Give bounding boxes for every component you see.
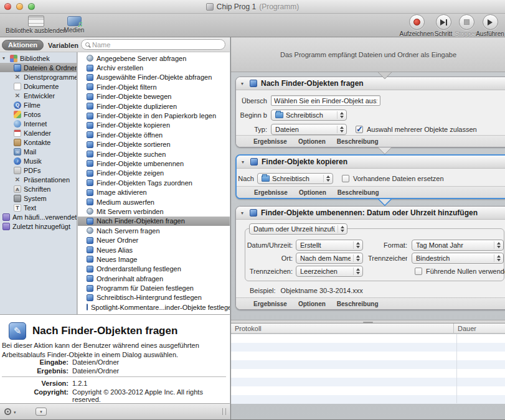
action-item-mit-servern-verbinden[interactable]: Mit Servern verbinden bbox=[78, 207, 230, 216]
action-item-nach-finder-objekten-fragen[interactable]: Nach Finder-Objekten fragen bbox=[78, 217, 230, 226]
record-button[interactable]: Aufzeichnen bbox=[402, 14, 431, 37]
sidebar-item-musik[interactable]: ♪Musik bbox=[0, 156, 77, 166]
run-button[interactable]: Ausführen bbox=[477, 14, 503, 37]
tab-aktionen[interactable]: Aktionen bbox=[2, 40, 44, 50]
sidebar-item-system[interactable]: System bbox=[0, 194, 77, 203]
action-item-ordnerdarstellung-festlegen[interactable]: Ordnerdarstellung festlegen bbox=[78, 264, 230, 274]
sidebar-item-internet[interactable]: Internet bbox=[0, 119, 77, 128]
action-item-image-aktivieren[interactable]: Image aktivieren bbox=[78, 187, 230, 197]
position-popup[interactable]: Nach dem Namen bbox=[296, 253, 363, 264]
action-item-ausgew-hlte-finder-objekte-abfragen[interactable]: Ausgewählte Finder-Objekte abfragen bbox=[78, 73, 230, 82]
step-button[interactable]: Schritt bbox=[433, 14, 453, 37]
sidebar-item-entwickler[interactable]: ✕Entwickler bbox=[0, 91, 77, 100]
action-item-finder-objekt-filtern[interactable]: Finder-Objekt filtern bbox=[78, 82, 230, 91]
media-drawer-toggle[interactable]: ▾ bbox=[35, 408, 47, 416]
action-item-finder-objekte-ffnen[interactable]: Finder-Objekte öffnen bbox=[78, 130, 230, 139]
sidebar-item-zuletzt-hinzugef-gt[interactable]: Zuletzt hinzugefügt bbox=[0, 222, 77, 231]
pane-resize-grip[interactable] bbox=[222, 408, 226, 415]
action-block-copy-finder-items[interactable]: ▾ Finder-Objekte kopieren Nach Schreibti… bbox=[235, 154, 505, 199]
options-link[interactable]: Optionen bbox=[298, 138, 326, 145]
multiple-selection-checkbox[interactable] bbox=[356, 126, 363, 133]
sidebar-item-pr-sentationen[interactable]: ✕Präsentationen bbox=[0, 175, 77, 184]
zoom-button[interactable] bbox=[28, 3, 35, 10]
sidebar-item-mail[interactable]: ✉Mail bbox=[0, 147, 77, 156]
leading-zeros-checkbox[interactable] bbox=[415, 268, 422, 275]
sidebar-item-am-h-ufi-verwendet[interactable]: Am häufi...verwendet bbox=[0, 212, 77, 222]
action-item-angegebene-server-abfragen[interactable]: Angegebene Server abfragen bbox=[78, 54, 230, 63]
date-time-popup[interactable]: Erstellt bbox=[296, 240, 363, 251]
separator-popup-2[interactable]: Bindestrich bbox=[412, 253, 504, 264]
action-icon bbox=[250, 158, 258, 166]
action-item-finder-objekten-tags-zuordnen[interactable]: Finder-Objekten Tags zuordnen bbox=[78, 178, 230, 187]
sidebar-item-dienstprogramme[interactable]: ✕Dienstprogramme bbox=[0, 72, 77, 82]
search-input[interactable]: Name bbox=[81, 39, 225, 50]
action-icon bbox=[87, 141, 93, 148]
sidebar-item-kontakte[interactable]: Kontakte bbox=[0, 138, 77, 147]
action-item-neuer-ordner[interactable]: Neuer Ordner bbox=[78, 235, 230, 245]
minimize-button[interactable] bbox=[16, 3, 23, 10]
action-item-finder-objekte-in-den-papierkorb-legen[interactable]: Finder-Objekte in den Papierkorb legen bbox=[78, 111, 230, 120]
sidebar-item-schriften[interactable]: ASchriften bbox=[0, 184, 77, 194]
action-block-rename-finder-items[interactable]: ▾ Finder-Objekte umbenennen: Datum oder … bbox=[235, 206, 505, 310]
action-item-finder-objekte-umbenennen[interactable]: Finder-Objekte umbenennen bbox=[78, 159, 230, 168]
action-item-finder-objekte-zeigen[interactable]: Finder-Objekte zeigen bbox=[78, 169, 230, 178]
disclosure-triangle-icon[interactable]: ▾ bbox=[241, 81, 246, 86]
results-link[interactable]: Ergebnisse bbox=[254, 189, 288, 196]
results-link[interactable]: Ergebnisse bbox=[253, 138, 287, 145]
start-folder-popup[interactable]: Schreibtisch bbox=[271, 110, 347, 121]
copyright-value: Copyright © 2003-2012 Apple Inc. All rig… bbox=[72, 388, 223, 403]
action-item-finder-objekte-kopieren[interactable]: Finder-Objekte kopieren bbox=[78, 121, 230, 130]
log-column-dauer[interactable]: Dauer bbox=[453, 324, 505, 333]
log-row-empty bbox=[231, 360, 505, 369]
action-item-neues-image[interactable]: Neues Image bbox=[78, 254, 230, 264]
block3-header[interactable]: ▾ Finder-Objekte umbenennen: Datum oder … bbox=[236, 207, 505, 220]
options-link[interactable]: Optionen bbox=[298, 301, 326, 307]
description-link[interactable]: Beschreibung bbox=[337, 189, 379, 196]
replace-existing-checkbox[interactable] bbox=[342, 175, 349, 182]
action-item-programm-f-r-dateien-festlegen[interactable]: Programm für Dateien festlegen bbox=[78, 283, 230, 292]
disclosure-triangle-icon[interactable]: ▾ bbox=[242, 159, 247, 165]
options-link[interactable]: Optionen bbox=[299, 189, 326, 196]
sidebar-item-kalender[interactable]: Kalender bbox=[0, 128, 77, 138]
hide-library-button[interactable]: Bibliothek ausblenden bbox=[5, 16, 67, 34]
disclosure-triangle-icon[interactable]: ▾ bbox=[241, 210, 246, 216]
format-popup[interactable]: Tag Monat Jahr bbox=[412, 240, 504, 251]
sidebar-item-text[interactable]: TText bbox=[0, 203, 77, 212]
action-item-nach-servern-fragen[interactable]: Nach Servern fragen bbox=[78, 226, 230, 235]
log-column-protokoll[interactable]: Protokoll bbox=[231, 325, 453, 332]
action-item-neues-alias[interactable]: Neues Alias bbox=[78, 245, 230, 254]
gear-icon[interactable] bbox=[4, 408, 11, 415]
sidebar-item-fotos[interactable]: Fotos bbox=[0, 110, 77, 119]
action-item-schreibtisch-hintergrund-festlegen[interactable]: Schreibtisch-Hintergrund festlegen bbox=[78, 293, 230, 302]
action-block-ask-finder-items[interactable]: ▾ Nach Finder-Objekten fragen Übersch Be… bbox=[235, 77, 505, 147]
gear-caret-icon[interactable]: ▾ bbox=[14, 410, 16, 415]
action-item-finder-objekte-duplizieren[interactable]: Finder-Objekte duplizieren bbox=[78, 101, 230, 111]
sidebar-item-pdfs[interactable]: PDFs bbox=[0, 166, 77, 175]
tab-variablen[interactable]: Variablen bbox=[48, 42, 78, 49]
media-button[interactable]: ♫ Medien bbox=[62, 16, 86, 34]
sidebar-item-dateien-ordner[interactable]: Dateien & Ordner bbox=[0, 63, 77, 72]
action-item-finder-objekte-sortieren[interactable]: Finder-Objekte sortieren bbox=[78, 140, 230, 149]
prompt-field[interactable] bbox=[271, 95, 380, 106]
separator-popup-1[interactable]: Leerzeichen bbox=[296, 266, 363, 277]
rename-variant-popup[interactable]: Datum oder Uhrzeit hinzufügen bbox=[249, 223, 347, 235]
action-item-medium-auswerfen[interactable]: Medium auswerfen bbox=[78, 197, 230, 207]
action-item-archiv-erstellen[interactable]: Archiv erstellen bbox=[78, 63, 230, 72]
sidebar-item-bibliothek[interactable]: ▾Bibliothek bbox=[0, 54, 77, 63]
destination-folder-popup[interactable]: Schreibtisch bbox=[257, 173, 333, 184]
sidebar-item-filme[interactable]: QFilme bbox=[0, 100, 77, 110]
action-item-spotlight-kommentare-inder-objekte-festlegen[interactable]: Spotlight-Kommentare...inder-Objekte fes… bbox=[78, 302, 230, 312]
disclosure-triangle-icon[interactable]: ▾ bbox=[2, 55, 7, 61]
results-link[interactable]: Ergebnisse bbox=[253, 301, 287, 307]
description-link[interactable]: Beschreibung bbox=[337, 301, 379, 307]
action-item-ordnerinhalt-abfragen[interactable]: Ordnerinhalt abfragen bbox=[78, 274, 230, 283]
description-link[interactable]: Beschreibung bbox=[337, 138, 379, 145]
close-button[interactable] bbox=[4, 3, 11, 10]
sidebar-item-dokumente[interactable]: Dokumente bbox=[0, 82, 77, 91]
action-item-finder-objekte-bewegen[interactable]: Finder-Objekte bewegen bbox=[78, 92, 230, 101]
type-popup[interactable]: Dateien bbox=[271, 124, 347, 135]
block2-header[interactable]: ▾ Finder-Objekte kopieren bbox=[237, 156, 505, 169]
action-item-finder-objekte-suchen[interactable]: Finder-Objekte suchen bbox=[78, 149, 230, 159]
block1-header[interactable]: ▾ Nach Finder-Objekten fragen bbox=[236, 77, 505, 90]
files-folders-icon bbox=[14, 64, 21, 72]
